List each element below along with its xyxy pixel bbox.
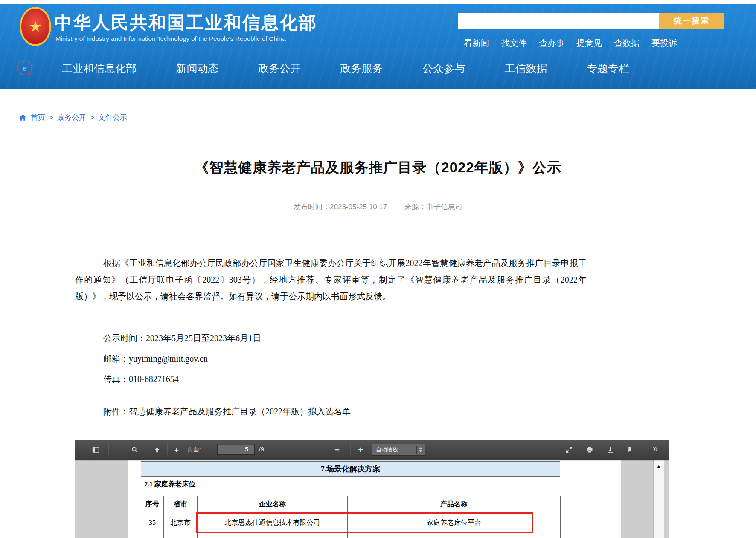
fax-line: 传真：010-68271654	[103, 373, 179, 385]
cell-seq: 35	[141, 513, 164, 532]
print-button[interactable]	[583, 443, 596, 457]
main-nav: e 工业和信息化部 新闻动态 政务公开 政务服务 公众参与 工信数据 专题专栏	[0, 56, 756, 80]
table-header-row: 序号 省市 企业名称 产品名称	[141, 496, 560, 513]
pdf-search-button[interactable]	[128, 443, 141, 457]
zoom-out-button[interactable]: −	[331, 443, 343, 457]
quick-link-files[interactable]: 找文件	[501, 38, 527, 49]
cell-product: 家庭养老床位平台	[348, 513, 561, 532]
sidebar-toggle-button[interactable]	[89, 443, 102, 457]
nav-item-news[interactable]: 新闻动态	[176, 61, 219, 75]
quick-link-complaint[interactable]: 要投诉	[651, 38, 677, 49]
attachment-line: 附件：智慧健康养老产品及服务推广目录（2022年版）拟入选名单	[103, 406, 351, 417]
scroll-up-icon[interactable]: ▲	[654, 463, 664, 469]
bookmark-icon	[627, 446, 633, 453]
arrow-up-icon	[154, 447, 160, 453]
search-input[interactable]	[458, 13, 659, 29]
toolbar-separator	[167, 444, 167, 455]
toolbar-separator	[643, 444, 643, 455]
article-source: 来源：电子信息司	[404, 203, 462, 211]
cell-province: 北京市	[164, 513, 198, 532]
minus-icon: −	[334, 445, 340, 455]
nav-item-gov-open[interactable]: 政务公开	[258, 61, 301, 75]
quick-link-services[interactable]: 查办事	[539, 38, 564, 49]
expand-icon	[566, 446, 573, 453]
breadcrumb-current: 文件公示	[98, 113, 127, 122]
nav-item-special[interactable]: 专题专栏	[587, 61, 629, 75]
pdf-viewer: 页面: /9 − + 自动缩放	[75, 440, 669, 538]
home-icon[interactable]	[19, 114, 27, 121]
chevron-double-right-icon: »	[653, 444, 658, 454]
pdf-content-area: 7.场景化解决方案 7.1 家庭养老床位 序号 省市 企业名称 产品名称 35 …	[75, 460, 669, 538]
quick-links: 看新闻 找文件 查办事 提意见 查数据 要投诉	[464, 38, 677, 49]
national-emblem-icon: ★	[20, 7, 51, 46]
title-divider	[75, 191, 680, 191]
site-subtitle: Ministry of Industry and Information Tec…	[55, 35, 286, 42]
breadcrumb-home[interactable]: 首页	[31, 113, 45, 122]
site-header: ★ 中华人民共和国工业和信息化部 Ministry of Industry an…	[0, 4, 756, 89]
presentation-mode-button[interactable]	[563, 443, 576, 457]
page-label: 页面:	[187, 446, 201, 454]
notice-period-line: 公示时间：2023年5月25日至2023年6月1日	[103, 333, 261, 344]
header-province: 省市	[164, 496, 198, 513]
document-table: 7.场景化解决方案 7.1 家庭养老床位 序号 省市 企业名称 产品名称 35 …	[141, 461, 560, 538]
nav-item-gov-service[interactable]: 政务服务	[340, 61, 383, 75]
nav-item-participation[interactable]: 公众参与	[422, 61, 465, 75]
table-spacer-row	[141, 492, 560, 496]
search-icon	[131, 446, 138, 453]
search-button[interactable]: 统一搜索	[659, 13, 724, 29]
zoom-in-button[interactable]: +	[354, 443, 367, 457]
arrow-down-icon	[173, 447, 180, 453]
toolbar-separator	[350, 444, 350, 455]
header-seq: 序号	[141, 496, 164, 513]
download-button[interactable]	[604, 443, 616, 457]
breadcrumb-separator: >	[90, 113, 94, 122]
breadcrumb: 首页 > 政务公开 > 文件公示	[19, 113, 127, 122]
email-line: 邮箱：yuyiming@miit.gov.cn	[103, 353, 208, 364]
article-paragraph: 根据《工业和信息化部办公厅民政部办公厅国家卫生健康委办公厅关于组织开展2022年…	[75, 255, 587, 305]
article-title: 《智慧健康养老产品及服务推广目录（2022年版）》公示	[0, 158, 756, 177]
toolbar-separator	[108, 444, 108, 455]
page: ★ 中华人民共和国工业和信息化部 Ministry of Industry an…	[0, 0, 756, 538]
table-section-title: 7.场景化解决方案	[141, 462, 560, 477]
pdf-scrollbar[interactable]: ▲	[653, 460, 664, 538]
gov-e-logo-icon[interactable]: e	[17, 60, 32, 75]
pdf-page: 7.场景化解决方案 7.1 家庭养老床位 序号 省市 企业名称 产品名称 35 …	[128, 460, 621, 538]
page-total: /9	[259, 446, 264, 453]
page-down-button[interactable]	[170, 443, 183, 457]
article-meta: 发布时间：2023-05-25 10:17 来源：电子信息司	[0, 202, 756, 212]
zoom-scale-value: 自动缩放	[372, 446, 416, 454]
header-product: 产品名称	[348, 496, 561, 513]
emblem-star-icon: ★	[29, 19, 42, 34]
table-subsection-title: 7.1 家庭养老床位	[141, 477, 560, 492]
header-company: 企业名称	[198, 496, 348, 513]
e-logo-letter: e	[23, 63, 27, 72]
bookmark-button[interactable]	[623, 443, 636, 457]
pdf-toolbar: 页面: /9 − + 自动缩放	[75, 440, 669, 460]
select-spinner-icon	[419, 447, 422, 452]
table-partial-row	[141, 532, 560, 538]
zoom-scale-select[interactable]: 自动缩放	[372, 444, 425, 456]
quick-link-news[interactable]: 看新闻	[464, 38, 489, 49]
toolbar-more-button[interactable]: »	[649, 443, 662, 457]
printer-icon	[586, 446, 593, 453]
quick-link-suggest[interactable]: 提意见	[576, 38, 602, 49]
nav-item-ministry[interactable]: 工业和信息化部	[62, 61, 137, 75]
plus-icon: +	[358, 445, 363, 455]
site-title: 中华人民共和国工业和信息化部	[55, 11, 317, 35]
breadcrumb-gov-open[interactable]: 政务公开	[57, 113, 86, 122]
sidebar-toggle-icon	[92, 446, 99, 453]
breadcrumb-separator: >	[49, 113, 53, 122]
page-up-button[interactable]	[151, 443, 163, 457]
download-icon	[607, 446, 614, 453]
publish-time: 发布时间：2023-05-25 10:17	[294, 203, 387, 211]
quick-link-data[interactable]: 查数据	[614, 38, 640, 49]
table-row: 35 北京市 北京恩杰佳通信息技术有限公司 家庭养老床位平台	[141, 513, 560, 532]
select-divider	[416, 446, 417, 454]
page-number-input[interactable]	[217, 444, 255, 455]
cell-company: 北京恩杰佳通信息技术有限公司	[198, 513, 348, 532]
nav-item-data[interactable]: 工信数据	[505, 61, 547, 75]
